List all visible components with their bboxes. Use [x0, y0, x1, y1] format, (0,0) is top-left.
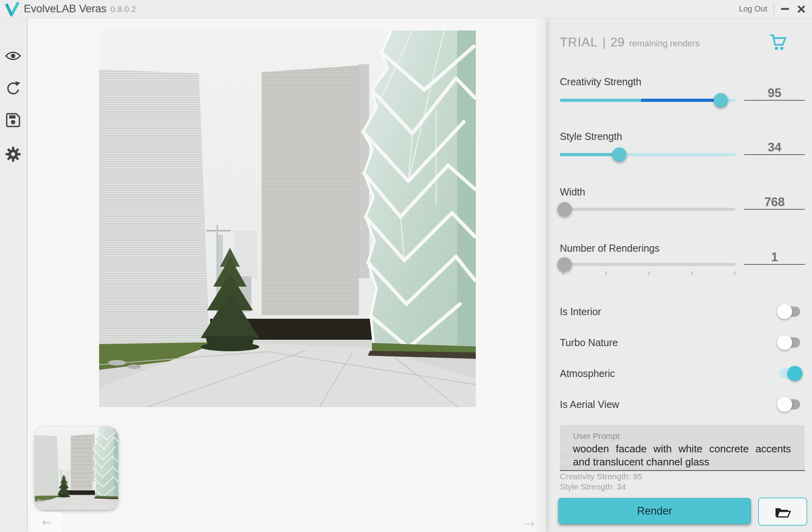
control-panel: TRIAL | 29 remaining renders Creativity … [546, 18, 812, 532]
open-folder-button[interactable] [758, 498, 807, 526]
close-button[interactable] [796, 4, 806, 14]
logout-button[interactable]: Log Out [739, 4, 767, 13]
left-toolbar [0, 18, 27, 532]
width-value-field[interactable]: 768 [744, 191, 805, 210]
minimize-button[interactable] [780, 4, 790, 14]
creativity-strength-slider[interactable] [560, 99, 735, 102]
is-interior-toggle[interactable] [779, 306, 800, 317]
eye-icon [5, 50, 21, 61]
app-version: 0.8.0.2 [111, 4, 136, 14]
remaining-count: 29 [610, 35, 624, 50]
style-strength-label: Style Strength [560, 131, 622, 142]
veras-app-window: EvolveLAB Veras 0.8.0.2 Log Out [0, 0, 812, 532]
refresh-button[interactable] [5, 80, 21, 96]
canvas-edge-shadow [534, 18, 546, 532]
thumbnail-image [35, 427, 118, 510]
remaining-label: remaining renders [629, 38, 699, 49]
renderings-value-field[interactable]: 1 [744, 246, 805, 265]
style-slider-thumb[interactable] [612, 147, 626, 162]
is-aerial-view-label: Is Aerial View [560, 396, 805, 413]
user-prompt-label: User Prompt [573, 431, 620, 441]
creativity-strength-label: Creativity Strength [560, 76, 642, 88]
renderings-slider[interactable] [560, 263, 735, 266]
style-strength-slider[interactable] [560, 153, 735, 156]
width-label: Width [560, 186, 585, 198]
next-render-button[interactable]: → [524, 516, 535, 531]
settings-button[interactable] [5, 146, 21, 162]
atmospheric-row: Atmospheric [560, 365, 805, 382]
turbo-nature-label: Turbo Nature [560, 334, 805, 351]
renderings-label: Number of Renderings [560, 243, 660, 254]
is-aerial-view-row: Is Aerial View [560, 396, 805, 413]
width-slider[interactable] [560, 208, 735, 211]
preview-button[interactable] [5, 48, 21, 64]
is-interior-row: Is Interior [560, 303, 805, 320]
is-aerial-view-toggle[interactable] [779, 399, 800, 410]
folder-open-icon [774, 505, 791, 519]
save-icon [5, 112, 21, 128]
titlebar-divider [774, 4, 774, 14]
atmospheric-toggle[interactable] [779, 368, 800, 379]
close-icon [797, 4, 806, 14]
creativity-strength-value-field[interactable]: 95 [744, 82, 805, 101]
titlebar: EvolveLAB Veras 0.8.0.2 Log Out [0, 0, 812, 18]
plan-divider: | [603, 36, 606, 49]
stat-creativity: Creativity Strength: 95 [560, 471, 642, 482]
minimize-icon [781, 8, 789, 10]
left-arrow-icon: ← [42, 515, 52, 529]
atmospheric-label: Atmospheric [560, 365, 805, 382]
save-button[interactable] [5, 112, 21, 128]
turbo-nature-row: Turbo Nature [560, 334, 805, 351]
viewer-canvas: ← → [28, 18, 546, 532]
gear-icon [5, 146, 21, 162]
width-slider-thumb[interactable] [557, 202, 572, 216]
creativity-slider-thumb[interactable] [714, 93, 728, 107]
stat-style: Style Strength: 34 [560, 482, 642, 492]
renderings-slider-thumb[interactable] [557, 257, 572, 272]
is-interior-label: Is Interior [560, 303, 805, 320]
refresh-icon [6, 80, 21, 96]
style-strength-value-field[interactable]: 34 [744, 136, 805, 155]
user-prompt-text: wooden facade with white concrete accent… [573, 442, 791, 469]
plan-header: TRIAL | 29 remaining renders [560, 35, 699, 50]
render-button[interactable]: Render [558, 498, 751, 524]
user-prompt-field[interactable]: User Prompt wooden facade with white con… [560, 425, 805, 471]
cart-icon[interactable] [769, 33, 787, 52]
turbo-nature-toggle[interactable] [779, 337, 800, 348]
plan-name: TRIAL [560, 35, 598, 50]
renderings-slider-ticks [560, 272, 735, 276]
app-title: EvolveLAB Veras [24, 3, 107, 15]
render-thumbnail[interactable] [35, 427, 118, 510]
veras-logo-icon [5, 2, 20, 17]
previous-render-button[interactable]: ← [31, 512, 63, 532]
render-preview-image [99, 31, 476, 407]
